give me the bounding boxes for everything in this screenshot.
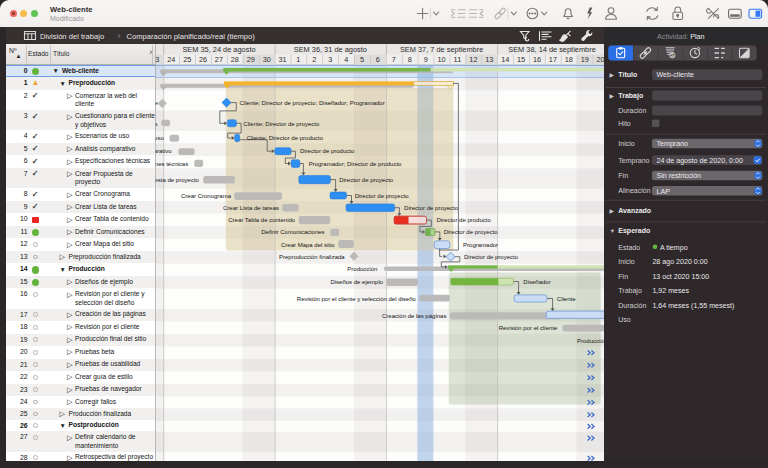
svg-text:División del trabajo: División del trabajo	[40, 32, 104, 41]
svg-text:Temprano: Temprano	[618, 157, 649, 165]
svg-text:Alineación: Alineación	[618, 187, 650, 194]
svg-text:$: $	[671, 52, 674, 58]
svg-text:Trabajo: Trabajo	[618, 92, 643, 100]
svg-text:Duración: Duración	[618, 107, 646, 114]
svg-text:14: 14	[501, 55, 509, 64]
svg-text:Crear Lista de tareas: Crear Lista de tareas	[223, 204, 279, 210]
svg-text:18: 18	[565, 55, 573, 64]
svg-text:Avanzado: Avanzado	[618, 207, 651, 214]
svg-text:5: 5	[360, 55, 364, 64]
svg-text:23: 23	[155, 55, 159, 64]
svg-text:Inicio: Inicio	[618, 140, 634, 147]
svg-text:11: 11	[454, 55, 462, 64]
svg-text:Cliente: Cliente	[557, 295, 576, 301]
svg-text:31: 31	[279, 55, 287, 64]
svg-text:A tiempo: A tiempo	[660, 244, 688, 252]
svg-text:▶: ▶	[610, 208, 615, 214]
svg-text:Diseños de ejemplo: Diseños de ejemplo	[330, 279, 383, 285]
svg-text:Revisión por el cliente: Revisión por el cliente	[499, 325, 558, 331]
svg-text:4: 4	[344, 55, 348, 64]
svg-text:28: 28	[231, 55, 239, 64]
svg-text:Director de producto: Director de producto	[300, 148, 355, 154]
svg-text:Especificaciones técnicas: Especificaciones técnicas	[155, 160, 188, 166]
svg-text:Crear Tabla de contenido: Crear Tabla de contenido	[228, 217, 296, 223]
svg-text:3: 3	[328, 55, 332, 64]
svg-text:SEM 38, 14 de septiembre: SEM 38, 14 de septiembre	[508, 45, 596, 54]
svg-text:28 ago 2020 0:00: 28 ago 2020 0:00	[652, 258, 707, 266]
svg-text:Cliente; Director de producto: Cliente; Director de producto	[247, 135, 324, 141]
svg-text:Crear Cronograma: Crear Cronograma	[181, 192, 232, 198]
svg-text:Producción: Producción	[347, 265, 377, 271]
svg-text:Director de proyecto: Director de proyecto	[444, 229, 499, 235]
svg-text:▶: ▶	[610, 72, 615, 78]
svg-text:Duración: Duración	[618, 302, 646, 309]
svg-text:1: 1	[296, 55, 300, 64]
svg-text:16: 16	[533, 55, 541, 64]
svg-text:13 oct 2020 15:00: 13 oct 2020 15:00	[652, 273, 709, 281]
svg-text:20: 20	[597, 55, 604, 64]
svg-text:Sin restricción: Sin restricción	[657, 172, 702, 180]
svg-text:LAP: LAP	[657, 188, 671, 196]
svg-text:Director de proyecto: Director de proyecto	[339, 177, 394, 183]
svg-text:24: 24	[167, 55, 175, 64]
svg-text:Inicio: Inicio	[618, 258, 634, 265]
svg-text:›: ›	[118, 31, 121, 41]
svg-text:Director de producto: Director de producto	[436, 217, 491, 223]
svg-text:27: 27	[215, 55, 223, 64]
svg-text:17: 17	[549, 55, 557, 64]
svg-text:7: 7	[392, 55, 396, 64]
svg-text:6: 6	[376, 55, 380, 64]
svg-text:15: 15	[517, 55, 525, 64]
svg-text:Director de proyecto: Director de proyecto	[464, 253, 519, 259]
svg-text:SEM 37, 7 de septiembre: SEM 37, 7 de septiembre	[400, 45, 483, 54]
svg-text:Temprano: Temprano	[657, 140, 689, 148]
svg-text:Cliente; Director de proyecto;: Cliente; Director de proyecto; Diseñador…	[240, 99, 385, 105]
svg-text:Director de proyecto: Director de proyecto	[404, 204, 459, 210]
svg-text:2: 2	[312, 55, 316, 64]
svg-text:▼: ▼	[610, 228, 616, 234]
svg-text:10: 10	[438, 55, 446, 64]
svg-text:Cliente; Director de proyecto: Cliente; Director de proyecto	[243, 120, 320, 126]
svg-text:SEM 35, 24 de agosto: SEM 35, 24 de agosto	[182, 45, 255, 54]
svg-text:Hito: Hito	[618, 120, 631, 127]
svg-text:Título: Título	[618, 71, 637, 78]
svg-text:13: 13	[485, 55, 493, 64]
svg-text:▶: ▶	[610, 93, 615, 99]
svg-text:SEM 36, 31 de agosto: SEM 36, 31 de agosto	[294, 45, 367, 54]
svg-text:25: 25	[183, 55, 191, 64]
svg-text:Estado: Estado	[618, 244, 640, 251]
svg-text:8: 8	[408, 55, 412, 64]
svg-text:Preproducción finalizada: Preproducción finalizada	[279, 253, 345, 259]
svg-text:24 de agosto de 2020, 0:00: 24 de agosto de 2020, 0:00	[657, 157, 743, 165]
svg-text:Análisis comparativo: Análisis comparativo	[155, 148, 172, 154]
svg-text:9: 9	[424, 55, 428, 64]
svg-text:Trabajo: Trabajo	[618, 287, 642, 295]
svg-text:30: 30	[263, 55, 271, 64]
svg-text:Comparación planificado/real (: Comparación planificado/real (tiempo)	[127, 32, 256, 41]
svg-text:Web-cliente: Web-cliente	[657, 71, 694, 79]
svg-text:29: 29	[247, 55, 255, 64]
svg-text:Creación de las páginas: Creación de las páginas	[382, 312, 446, 318]
svg-text:Crear Propuesta de proyecto: Crear Propuesta de proyecto	[155, 177, 200, 183]
svg-text:Escenarios de uso: Escenarios de uso	[155, 135, 164, 141]
svg-text:19: 19	[581, 55, 589, 64]
svg-text:Definir Comunicaciones: Definir Comunicaciones	[261, 229, 324, 235]
svg-text:Crear Mapa del sitio: Crear Mapa del sitio	[281, 241, 335, 247]
svg-text:Esperado: Esperado	[618, 227, 650, 235]
svg-text:Director de proyecto: Director de proyecto	[355, 192, 410, 198]
svg-text:Revisión por el cliente y sele: Revisión por el cliente y selección del …	[297, 295, 417, 301]
svg-text:1,92 meses: 1,92 meses	[652, 287, 689, 295]
svg-text:Uso: Uso	[618, 316, 631, 323]
svg-text:26: 26	[199, 55, 207, 64]
svg-text:Programador: Programador	[463, 241, 498, 247]
svg-text:12: 12	[469, 55, 477, 64]
svg-text:1,64 meses (1,55 mesest): 1,64 meses (1,55 mesest)	[652, 302, 734, 310]
svg-text:Programador; Director de produ: Programador; Director de producto	[309, 160, 402, 166]
svg-text:Fin: Fin	[618, 273, 628, 280]
svg-text:Diseñador: Diseñador	[523, 279, 550, 285]
svg-text:Fin: Fin	[618, 172, 628, 179]
svg-text:Producción final del sitio: Producción final del sitio	[577, 337, 604, 343]
